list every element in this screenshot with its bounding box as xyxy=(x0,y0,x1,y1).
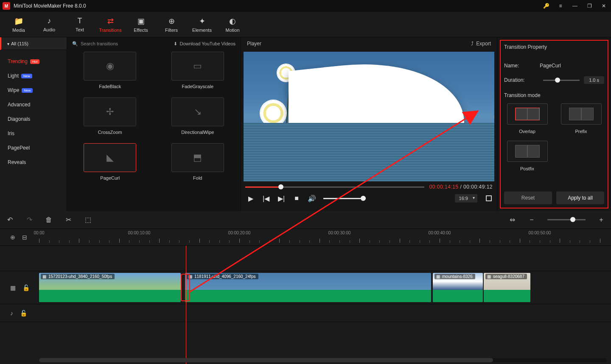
zoom-out-button[interactable]: − xyxy=(528,216,535,224)
seek-bar[interactable] xyxy=(245,184,424,189)
category-trending[interactable]: TrendingHot xyxy=(8,54,62,69)
apply-to-all-button[interactable]: Apply to all xyxy=(556,192,604,204)
transition-marker[interactable] xyxy=(181,274,190,301)
transition-thumb: ◣ xyxy=(84,143,136,172)
next-frame-button[interactable]: ▶| xyxy=(277,195,285,202)
audio-icon: ♪ xyxy=(48,17,51,25)
tab-motion[interactable]: ◐Motion xyxy=(217,12,248,37)
minimize-button[interactable]: — xyxy=(568,0,582,12)
stop-button[interactable]: ■ xyxy=(293,195,300,202)
category-iris[interactable]: Iris xyxy=(8,126,62,141)
tab-text[interactable]: TText xyxy=(64,12,95,37)
redo-button[interactable]: ↷ xyxy=(25,216,33,224)
motion-icon: ◐ xyxy=(229,17,236,26)
main-toolbar: 📁Media♪AudioTText⇄Transitions▣Effects⊕Fi… xyxy=(0,12,611,37)
category-reveals[interactable]: Reveals xyxy=(8,155,62,169)
download-icon: ⬇ xyxy=(174,41,177,47)
volume-slider[interactable] xyxy=(323,198,366,199)
transition-directionalwipe[interactable]: ↘DirectionalWipe xyxy=(163,97,233,135)
mode-overlap[interactable]: Overlap xyxy=(504,103,550,134)
transition-fadeblack[interactable]: ◉FadeBlack xyxy=(75,52,146,89)
mode-prefix[interactable]: Prefix xyxy=(558,103,604,134)
duration-slider[interactable] xyxy=(543,80,580,81)
video-track[interactable]: ▦ 🔓 15720123-uhd_3840_2160_50fps1181911-… xyxy=(0,271,611,304)
split-button[interactable]: ✂ xyxy=(64,216,72,224)
duration-value: 1.0 s xyxy=(584,76,604,84)
clip-title: mountains-8326 xyxy=(434,274,475,279)
tracks-area: ▦ 🔓 15720123-uhd_3840_2160_50fps1181911-… xyxy=(0,246,611,364)
preview-viewport: › xyxy=(244,52,494,181)
clip[interactable]: seagull-8320687 xyxy=(484,273,530,302)
transition-mode-label: Transition mode xyxy=(504,92,604,98)
timeline-scrollbar[interactable] xyxy=(39,358,607,362)
timeline: ↶ ↷ 🗑 ✂ ⬚ ⇔ − + ⊕ ⊟ 00:0000:00:10:0000:0… xyxy=(0,211,611,364)
elements-icon: ✦ xyxy=(199,17,205,26)
category-header[interactable]: All (115) xyxy=(0,37,67,50)
mode-postfix[interactable]: Postfix xyxy=(504,141,550,171)
fullscreen-button[interactable] xyxy=(485,195,493,202)
playhead[interactable] xyxy=(186,246,186,364)
tab-transitions[interactable]: ⇄Transitions xyxy=(95,12,126,37)
lock-icon[interactable]: 🔓 xyxy=(22,284,30,291)
export-button[interactable]: ⤴ Export xyxy=(471,41,491,47)
delete-button[interactable]: 🗑 xyxy=(45,216,53,224)
tab-effects[interactable]: ▣Effects xyxy=(126,12,156,37)
tab-elements[interactable]: ✦Elements xyxy=(187,12,217,37)
name-value: PageCurl xyxy=(540,63,561,69)
download-youtube-link[interactable]: ⬇ Download YouTube Videos xyxy=(174,41,236,47)
auto-fit-icon[interactable]: ⇔ xyxy=(508,216,516,224)
prev-frame-button[interactable]: |◀ xyxy=(262,195,270,202)
transitions-icon: ⇄ xyxy=(107,17,114,26)
tab-media[interactable]: 📁Media xyxy=(3,12,34,37)
clip[interactable]: 1181911-uhd_4096_2160_24fps xyxy=(185,273,431,302)
play-button[interactable]: ▶ xyxy=(247,195,255,202)
transition-thumb: ✢ xyxy=(84,97,136,126)
reset-button[interactable]: Reset xyxy=(504,192,552,204)
add-track-icon[interactable]: ⊕ xyxy=(10,234,15,241)
property-panel: Transition Property Name: PageCurl Durat… xyxy=(497,37,611,211)
collapse-track-icon[interactable]: ⊟ xyxy=(22,234,27,241)
search-transitions[interactable]: 🔍 Search transitions xyxy=(72,41,118,47)
category-header-label: All (115) xyxy=(11,41,28,46)
player-title: Player xyxy=(247,41,261,47)
clip-title: 15720123-uhd_3840_2160_50fps xyxy=(41,274,115,279)
undo-button[interactable]: ↶ xyxy=(6,216,14,224)
chevron-down-icon xyxy=(7,41,11,46)
app-logo: M xyxy=(3,2,10,10)
search-icon: 🔍 xyxy=(72,41,78,47)
hamburger-menu-icon[interactable]: ≡ xyxy=(553,0,568,12)
maximize-button[interactable]: ❐ xyxy=(582,0,597,12)
tab-audio[interactable]: ♪Audio xyxy=(34,12,64,37)
transition-thumb: ▭ xyxy=(171,52,224,81)
audio-track[interactable]: ♪ 🔓 xyxy=(0,304,611,322)
zoom-slider[interactable] xyxy=(547,219,586,220)
category-wipe[interactable]: WipeNew xyxy=(8,83,62,97)
aspect-ratio-select[interactable]: 16:9 xyxy=(455,194,477,203)
timecode: 00:00:14:15 / 00:00:49:12 xyxy=(429,184,493,190)
transition-fold[interactable]: ⬒Fold xyxy=(163,143,233,181)
crop-button[interactable]: ⬚ xyxy=(84,216,92,224)
badge: New xyxy=(22,88,33,93)
lock-icon[interactable]: 🔓 xyxy=(20,310,27,317)
timeline-ruler[interactable]: ⊕ ⊟ 00:0000:00:10:0000:00:20:0000:00:30:… xyxy=(0,229,611,246)
category-advanced[interactable]: Advanced xyxy=(8,97,62,112)
next-preview-icon[interactable]: › xyxy=(493,114,494,119)
tab-filters[interactable]: ⊕Filters xyxy=(156,12,187,37)
media-icon: 📁 xyxy=(14,17,23,26)
transition-fadegrayscale[interactable]: ▭FadeGrayscale xyxy=(163,52,233,89)
transition-crosszoom[interactable]: ✢CrossZoom xyxy=(75,97,146,135)
upgrade-key-icon[interactable]: 🔑 xyxy=(539,0,553,12)
zoom-in-button[interactable]: + xyxy=(597,216,605,224)
clip[interactable]: mountains-8326 xyxy=(433,273,483,302)
close-button[interactable]: ✕ xyxy=(597,0,611,12)
transition-pagecurl[interactable]: ◣PageCurl xyxy=(75,143,146,181)
app-title: MiniTool MovieMaker Free 8.0.0 xyxy=(14,3,86,9)
category-diagonals[interactable]: Diagonals xyxy=(8,112,62,126)
duration-label: Duration: xyxy=(504,77,540,83)
clip[interactable]: 15720123-uhd_3840_2160_50fps xyxy=(39,273,181,302)
filters-icon: ⊕ xyxy=(168,17,175,26)
category-pagepeel[interactable]: PagePeel xyxy=(8,141,62,155)
category-light[interactable]: LightNew xyxy=(8,69,62,83)
clip-title: seagull-8320687 xyxy=(485,274,527,279)
volume-icon[interactable]: 🔊 xyxy=(308,195,316,202)
